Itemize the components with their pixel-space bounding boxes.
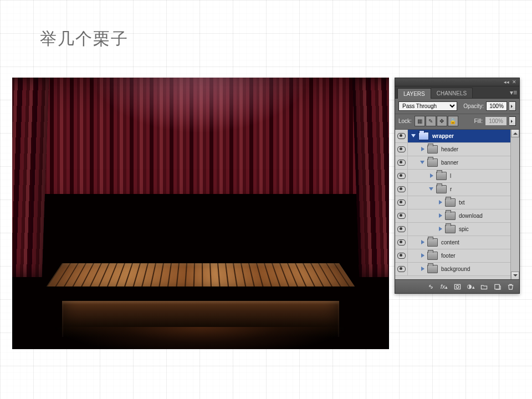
adjustment-layer-icon[interactable]: ▴ bbox=[467, 283, 475, 290]
layer-row-content[interactable]: content bbox=[395, 236, 519, 249]
folder-icon bbox=[427, 252, 438, 260]
layer-row-banner[interactable]: banner bbox=[395, 156, 519, 170]
visibility-toggle[interactable] bbox=[395, 130, 408, 142]
layer-indent: header bbox=[408, 143, 458, 156]
stage bbox=[62, 263, 339, 349]
layer-row-r[interactable]: r bbox=[395, 183, 519, 196]
new-group-icon[interactable] bbox=[480, 283, 488, 290]
lock-transparent-icon[interactable]: ▦ bbox=[415, 116, 425, 126]
layer-indent: l bbox=[408, 170, 451, 182]
stage-curtain-right bbox=[352, 78, 389, 277]
tab-layers[interactable]: LAYERS bbox=[397, 88, 431, 99]
opacity-value[interactable]: 100% bbox=[486, 101, 507, 111]
panel-tabs: LAYERS CHANNELS ▾≡ bbox=[395, 86, 519, 99]
chevron-right-icon[interactable] bbox=[420, 239, 426, 245]
lock-pixels-icon[interactable]: ✎ bbox=[426, 116, 436, 126]
folder-icon bbox=[445, 198, 456, 207]
scroll-up-icon[interactable] bbox=[511, 130, 519, 137]
lock-fill-row: Lock: ▦ ✎ ✥ 🔒 Fill: 100% bbox=[395, 114, 519, 130]
lock-buttons: ▦ ✎ ✥ 🔒 bbox=[415, 116, 458, 126]
chevron-right-icon[interactable] bbox=[420, 266, 426, 272]
layer-row-l[interactable]: l bbox=[395, 170, 519, 183]
folder-icon bbox=[445, 212, 456, 220]
eye-icon bbox=[397, 173, 406, 179]
visibility-toggle[interactable] bbox=[395, 223, 408, 236]
visibility-toggle[interactable] bbox=[395, 249, 408, 262]
visibility-toggle[interactable] bbox=[395, 170, 408, 182]
visibility-toggle[interactable] bbox=[395, 143, 408, 156]
folder-icon bbox=[418, 132, 429, 140]
layer-row-wrapper[interactable]: wrapper bbox=[395, 130, 519, 143]
scroll-down-icon[interactable] bbox=[511, 272, 519, 279]
layer-row-txt[interactable]: txt bbox=[395, 196, 519, 209]
layer-name: r bbox=[450, 186, 452, 192]
layer-name: banner bbox=[441, 160, 458, 166]
close-icon[interactable]: ✕ bbox=[511, 79, 517, 85]
chevron-right-icon[interactable] bbox=[438, 213, 444, 219]
scrollbar[interactable] bbox=[510, 130, 519, 279]
collapse-icon[interactable]: ◂◂ bbox=[504, 79, 509, 85]
panel-menu-icon[interactable]: ▾≡ bbox=[510, 89, 517, 96]
eye-icon bbox=[397, 200, 406, 206]
eye-icon bbox=[397, 239, 406, 245]
folder-icon bbox=[427, 238, 438, 247]
layer-name: spic bbox=[459, 226, 469, 232]
layer-name: footer bbox=[441, 253, 456, 259]
visibility-toggle[interactable] bbox=[395, 209, 408, 222]
layer-row-header[interactable]: header bbox=[395, 143, 519, 156]
layer-indent: txt bbox=[408, 196, 465, 209]
layer-name: download bbox=[459, 213, 483, 219]
eye-icon bbox=[397, 253, 406, 259]
visibility-toggle[interactable] bbox=[395, 236, 408, 249]
new-layer-icon[interactable] bbox=[493, 283, 502, 290]
layer-name: wrapper bbox=[432, 133, 454, 139]
layer-row-background[interactable]: background bbox=[395, 263, 519, 276]
panel-titlebar: ◂◂ ✕ bbox=[395, 78, 519, 86]
chevron-down-icon[interactable] bbox=[411, 133, 417, 139]
lock-label: Lock: bbox=[398, 118, 412, 124]
blend-opacity-row: Pass Through Opacity: 100% bbox=[395, 99, 519, 114]
visibility-toggle[interactable] bbox=[395, 263, 408, 275]
panel-footer: fx▴ ▴ bbox=[395, 279, 519, 293]
lock-position-icon[interactable]: ✥ bbox=[437, 116, 447, 126]
chevron-right-icon[interactable] bbox=[420, 146, 426, 152]
eye-icon bbox=[397, 213, 406, 219]
folder-icon bbox=[427, 145, 438, 154]
chevron-right-icon[interactable] bbox=[438, 226, 444, 232]
layer-mask-icon[interactable] bbox=[453, 283, 462, 290]
layer-name: l bbox=[450, 173, 451, 179]
link-layers-icon[interactable] bbox=[427, 283, 435, 290]
layer-indent: wrapper bbox=[408, 130, 454, 142]
layer-indent: spic bbox=[408, 223, 469, 236]
blend-mode-select[interactable]: Pass Through bbox=[398, 101, 457, 111]
fill-label: Fill: bbox=[474, 118, 483, 124]
layer-fx-icon[interactable]: fx▴ bbox=[440, 283, 448, 290]
eye-icon bbox=[397, 186, 406, 192]
chevron-down-icon[interactable] bbox=[420, 160, 426, 166]
visibility-toggle[interactable] bbox=[395, 183, 408, 196]
fill-spinner[interactable] bbox=[509, 116, 516, 126]
svg-rect-3 bbox=[495, 284, 499, 289]
chevron-down-icon[interactable] bbox=[429, 186, 435, 192]
visibility-toggle[interactable] bbox=[395, 156, 408, 169]
tab-channels[interactable]: CHANNELS bbox=[431, 88, 473, 98]
lock-all-icon[interactable]: 🔒 bbox=[448, 116, 458, 126]
layers-panel: ◂◂ ✕ LAYERS CHANNELS ▾≡ Pass Through Opa… bbox=[395, 78, 520, 294]
svg-point-1 bbox=[456, 285, 459, 288]
chevron-right-icon[interactable] bbox=[420, 253, 426, 259]
visibility-toggle[interactable] bbox=[395, 196, 408, 209]
delete-layer-icon[interactable] bbox=[507, 283, 515, 290]
chevron-right-icon[interactable] bbox=[438, 200, 444, 206]
layer-row-download[interactable]: download bbox=[395, 209, 519, 223]
layer-name: txt bbox=[459, 200, 465, 206]
eye-icon bbox=[397, 133, 406, 139]
layer-row-footer[interactable]: footer bbox=[395, 249, 519, 263]
opacity-label: Opacity: bbox=[463, 103, 484, 109]
layer-name: background bbox=[441, 266, 470, 272]
opacity-spinner[interactable] bbox=[509, 101, 516, 111]
layer-indent: footer bbox=[408, 249, 456, 262]
chevron-right-icon[interactable] bbox=[429, 173, 435, 179]
eye-icon bbox=[397, 266, 406, 272]
stage-glow bbox=[45, 327, 356, 349]
layer-row-spic[interactable]: spic bbox=[395, 223, 519, 236]
